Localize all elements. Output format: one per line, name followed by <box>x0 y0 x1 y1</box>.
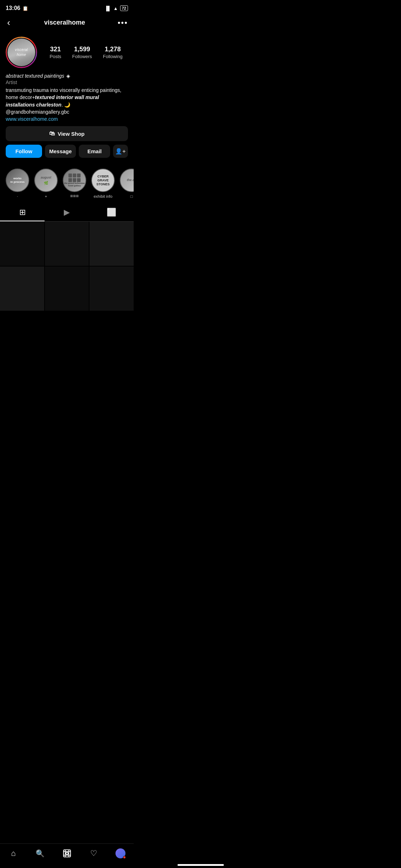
highlight-circle-works: worksin process <box>6 169 29 192</box>
wifi-icon: ▲ <box>113 6 118 11</box>
followers-count: 1,599 <box>72 46 92 53</box>
message-button[interactable]: Message <box>45 145 76 158</box>
post-cell[interactable] <box>0 222 44 266</box>
sim-icon: 📋 <box>22 6 28 11</box>
post-cell[interactable] <box>45 222 89 266</box>
bio-category: Artist <box>6 79 128 85</box>
profile-section: visceralhome 321 Posts 1,599 Followers 1… <box>0 34 134 167</box>
followers-label: Followers <box>72 54 92 59</box>
tab-tagged[interactable]: ⬜ <box>89 203 134 221</box>
stats-row: 321 Posts 1,599 Followers 1,278 Followin… <box>44 46 128 60</box>
bio-text: transmuting trauma into viscerally entic… <box>6 87 128 115</box>
back-button[interactable]: ‹ <box>6 16 12 30</box>
grid-icon: ⊞ <box>19 208 26 217</box>
highlight-works[interactable]: worksin process · <box>6 169 29 198</box>
following-label: Following <box>103 54 123 59</box>
post-cell[interactable] <box>45 267 89 311</box>
diamond-icon: ◈ <box>66 73 70 79</box>
posts-count: 321 <box>50 46 61 53</box>
highlight-circle-theau: the au <box>120 169 134 192</box>
profile-top-row: visceralhome 321 Posts 1,599 Followers 1… <box>6 37 128 68</box>
avatar: visceralhome <box>7 38 35 66</box>
action-buttons-row: Follow Message Email 👤+ <box>6 145 128 158</box>
highlights-row: worksin process · august 🌿 + the grand b… <box>0 167 134 203</box>
following-stat[interactable]: 1,278 Following <box>103 46 123 60</box>
bio-section: abstract textured paintings ◈ Artist tra… <box>6 73 128 122</box>
highlight-label-theau: □ <box>130 194 133 198</box>
person-plus-icon: 👤+ <box>115 148 125 155</box>
avatar-container[interactable]: visceralhome <box>6 37 37 68</box>
highlight-circle-grand: the grand bohemianhotel gallery <box>63 169 86 192</box>
highlight-cyber[interactable]: CYBERGRAVESTONES exhibit info <box>91 169 115 198</box>
posts-label: Posts <box>50 54 61 59</box>
highlight-circle-cyber: CYBERGRAVESTONES <box>91 169 115 192</box>
status-right: ▐▌ ▲ 72 <box>104 5 128 11</box>
profile-username-title: visceralhome <box>44 19 85 26</box>
highlight-circle-august: august 🌿 <box>34 169 58 192</box>
highlight-label-grand: ⊞⊞⊞ <box>70 194 79 198</box>
followers-stat[interactable]: 1,599 Followers <box>72 46 92 60</box>
bio-name-row: abstract textured paintings ◈ <box>6 73 128 79</box>
view-shop-button[interactable]: 🛍 View Shop <box>6 126 128 141</box>
email-button[interactable]: Email <box>79 145 110 158</box>
highlight-august[interactable]: august 🌿 + <box>34 169 58 198</box>
battery-indicator: 72 <box>120 5 128 11</box>
time: 13:06 <box>6 5 20 11</box>
highlight-theau[interactable]: the au □ <box>120 169 134 198</box>
status-left: 13:06 📋 <box>6 5 28 11</box>
post-cell[interactable] <box>89 267 134 311</box>
post-cell[interactable] <box>89 222 134 266</box>
following-count: 1,278 <box>103 46 123 53</box>
view-shop-label: View Shop <box>58 131 85 137</box>
add-friend-button[interactable]: 👤+ <box>113 145 128 158</box>
signal-icon: ▐▌ <box>104 6 111 11</box>
highlight-label-cyber: exhibit info <box>94 194 113 198</box>
post-cell[interactable] <box>0 267 44 311</box>
top-navigation: ‹ visceralhome ••• <box>0 14 134 34</box>
highlight-label-august: + <box>45 194 47 198</box>
reels-icon: ▶ <box>64 208 70 217</box>
posts-grid <box>0 222 134 342</box>
content-tab-bar: ⊞ ▶ ⬜ <box>0 203 134 222</box>
status-bar: 13:06 📋 ▐▌ ▲ 72 <box>0 0 134 14</box>
more-options-button[interactable]: ••• <box>118 18 128 27</box>
tagged-icon: ⬜ <box>107 208 116 217</box>
shop-bag-icon: 🛍 <box>49 130 55 137</box>
tab-reels[interactable]: ▶ <box>45 203 89 221</box>
display-name: abstract textured paintings <box>6 73 64 79</box>
follow-button[interactable]: Follow <box>6 145 42 158</box>
highlight-label-works: · <box>17 194 18 198</box>
website-link[interactable]: www.visceralhome.com <box>6 116 128 122</box>
posts-stat[interactable]: 321 Posts <box>50 46 61 60</box>
tab-grid[interactable]: ⊞ <box>0 203 45 221</box>
highlight-grand[interactable]: the grand bohemianhotel gallery ⊞⊞⊞ <box>63 169 86 198</box>
